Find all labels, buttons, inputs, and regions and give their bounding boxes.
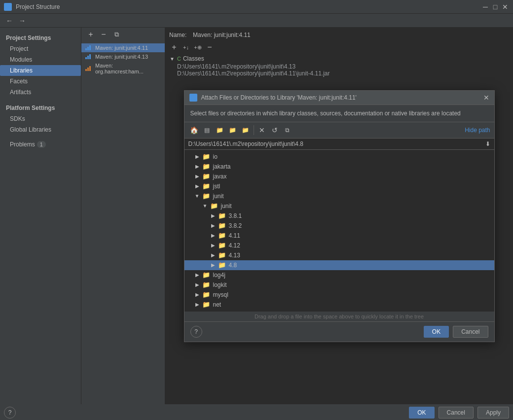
toolbar-separator [254, 125, 254, 135]
modal-tree[interactable]: ▶ 📁 io ▶ 📁 jakarta ▶ [184, 150, 494, 312]
main-window: Project Structure ─ □ ✕ ← → Project Sett… [0, 0, 513, 420]
bottom-bar: ? OK Cancel Apply [0, 404, 513, 420]
expand-arrow-413: ▶ [209, 251, 217, 259]
tree-label-jstl: jstl [213, 183, 220, 190]
library-icon [85, 54, 93, 60]
refresh-button[interactable]: ↺ [269, 124, 281, 136]
tree-row-junit[interactable]: ▼ 📁 junit [184, 191, 494, 201]
modal-icon [189, 94, 197, 102]
modal-toolbar: 🏠 ▤ 📁 📁 📁 ✕ ↺ ⧉ Hide path [184, 122, 494, 139]
tree-row-48[interactable]: ▶ 📁 4.8 [184, 260, 494, 270]
drag-hint: Drag and drop a file into the space abov… [184, 312, 494, 321]
library-item[interactable]: Maven: junit:junit:4.11 [81, 43, 165, 52]
ok-button[interactable]: OK [409, 407, 434, 419]
tree-row-413[interactable]: ▶ 📁 4.13 [184, 250, 494, 260]
folder-icon-412: 📁 [218, 242, 226, 249]
folder-icon-javax: 📁 [202, 173, 210, 180]
modal-close-button[interactable]: ✕ [483, 94, 489, 102]
minimize-button[interactable]: ─ [481, 3, 489, 11]
modal-cancel-button[interactable]: Cancel [453, 326, 488, 338]
folder-icon-413: 📁 [218, 251, 226, 259]
expand-arrow-mysql: ▶ [193, 291, 201, 299]
apply-button[interactable]: Apply [477, 407, 509, 419]
new-folder-button[interactable]: 📁 [214, 124, 226, 136]
tree-row-mysql[interactable]: ▶ 📁 mysql [184, 290, 494, 300]
expand-arrow-jakarta: ▶ [193, 163, 201, 171]
tree-row-logkit[interactable]: ▶ 📁 logkit [184, 280, 494, 290]
delete-button[interactable]: ✕ [256, 124, 268, 136]
expand-arrow-net: ▶ [193, 301, 201, 309]
tree-label-net: net [213, 301, 221, 308]
close-button[interactable]: ✕ [501, 3, 509, 11]
sidebar-item-problems[interactable]: Problems 1 [0, 139, 81, 150]
sidebar-item-libraries[interactable]: Libraries [0, 65, 81, 76]
forward-button[interactable]: → [17, 15, 28, 26]
tree-row-log4j[interactable]: ▶ 📁 log4j [184, 270, 494, 280]
modal-description: Select files or directories in which lib… [184, 105, 494, 122]
list-view-button[interactable]: ▤ [201, 124, 213, 136]
folder-icon-net: 📁 [202, 301, 210, 308]
title-bar: Project Structure ─ □ ✕ [0, 0, 513, 14]
tree-row-412[interactable]: ▶ 📁 4.12 [184, 241, 494, 250]
library-label: Maven: junit:junit:4.11 [95, 45, 148, 51]
window-title: Project Structure [16, 3, 481, 10]
folder-icon-junit-inner: 📁 [210, 202, 218, 210]
sidebar-item-modules[interactable]: Modules [0, 54, 81, 65]
sidebar-item-global-libraries[interactable]: Global Libraries [0, 124, 81, 135]
tree-row-382[interactable]: ▶ 📁 3.8.2 [184, 221, 494, 231]
expand-arrow-logkit: ▶ [193, 281, 201, 289]
app-icon [4, 3, 12, 11]
add-library-button[interactable]: + [85, 29, 96, 40]
tree-label-junit: junit [213, 193, 224, 200]
tree-label-log4j: log4j [213, 272, 225, 279]
modal-footer: ? OK Cancel [184, 321, 494, 342]
sidebar-item-sdks[interactable]: SDKs [0, 113, 81, 124]
nav-toolbar: ← → [0, 14, 513, 28]
library-label: Maven: org.hamcrest:ham... [95, 63, 161, 74]
home-button[interactable]: 🏠 [188, 124, 200, 136]
modal-ok-button[interactable]: OK [424, 326, 449, 338]
help-button[interactable]: ? [190, 326, 202, 338]
tree-row-net[interactable]: ▶ 📁 net [184, 300, 494, 310]
tree-row-io[interactable]: ▶ 📁 io [184, 152, 494, 162]
tree-row-411[interactable]: ▶ 📁 4.11 [184, 231, 494, 241]
folder-link-button[interactable]: 📁 [240, 124, 252, 136]
expand-arrow-log4j: ▶ [193, 271, 201, 279]
expand-arrow-48: ▶ [209, 261, 217, 269]
path-input[interactable] [188, 140, 485, 147]
sidebar-item-artifacts[interactable]: Artifacts [0, 87, 81, 98]
tree-label-logkit: logkit [213, 281, 227, 288]
content-area: Project Settings Project Modules Librari… [0, 28, 513, 404]
back-button[interactable]: ← [4, 15, 15, 26]
tree-row-jstl[interactable]: ▶ 📁 jstl [184, 181, 494, 191]
modal-footer-right: OK Cancel [424, 326, 488, 338]
help-button-main[interactable]: ? [4, 407, 16, 419]
tree-row-javax[interactable]: ▶ 📁 javax [184, 172, 494, 181]
library-panel: + − ⧉ Maven: junit:junit:4.11 [81, 28, 165, 404]
path-download-icon[interactable]: ⬇ [485, 140, 490, 147]
modal-overlay: Attach Files or Directories to Library '… [165, 28, 513, 404]
modal-title-bar: Attach Files or Directories to Library '… [184, 91, 494, 105]
tree-row-jakarta[interactable]: ▶ 📁 jakarta [184, 162, 494, 172]
library-icon [85, 66, 93, 71]
folder-icon-48: 📁 [218, 261, 226, 269]
folder-icon-411: 📁 [218, 232, 226, 239]
sidebar-item-project[interactable]: Project [0, 43, 81, 54]
tree-row-junit-inner[interactable]: ▼ 📁 junit [184, 201, 494, 211]
library-item[interactable]: Maven: org.hamcrest:ham... [81, 61, 165, 76]
hide-path-link[interactable]: Hide path [465, 127, 490, 134]
sidebar-item-facets[interactable]: Facets [0, 76, 81, 87]
folder-icon-jakarta: 📁 [202, 163, 210, 170]
expand-arrow-382: ▶ [209, 222, 217, 230]
tree-label-javax: javax [213, 173, 227, 180]
cancel-button[interactable]: Cancel [439, 407, 474, 419]
copy-library-button[interactable]: ⧉ [111, 29, 122, 40]
copy-path-button[interactable]: ⧉ [282, 124, 293, 136]
remove-library-button[interactable]: − [98, 29, 109, 40]
tree-label-io: io [213, 153, 218, 160]
library-item[interactable]: Maven: junit:junit:4.13 [81, 52, 165, 61]
maximize-button[interactable]: □ [491, 3, 499, 11]
tree-row-381[interactable]: ▶ 📁 3.8.1 [184, 211, 494, 221]
tree-label-381: 3.8.1 [229, 212, 242, 219]
folder-up-button[interactable]: 📁 [227, 124, 239, 136]
